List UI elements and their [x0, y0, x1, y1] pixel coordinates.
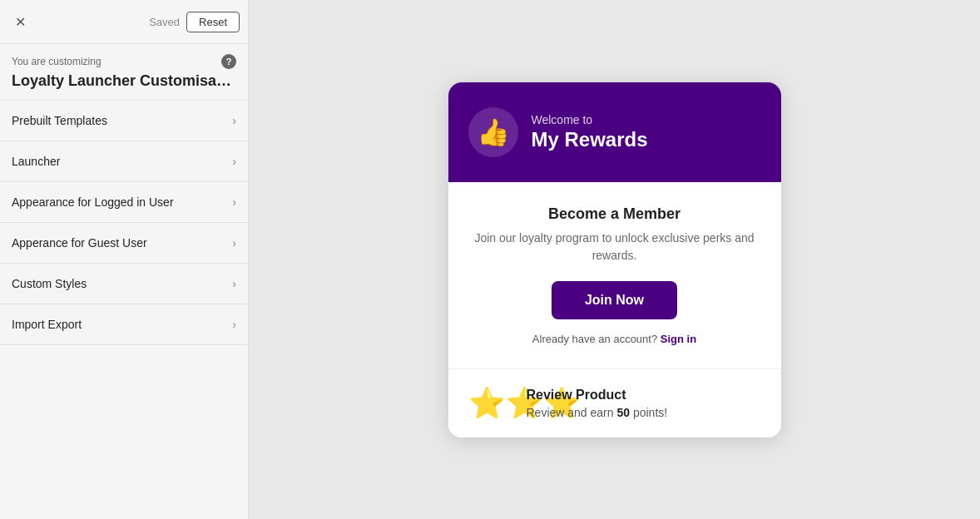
rewards-title: My Rewards: [532, 128, 648, 151]
nav-item-appearance-logged[interactable]: Appearance for Logged in User ›: [0, 182, 248, 223]
saved-label: Saved: [149, 16, 180, 28]
nav-item-launcher[interactable]: Launcher ›: [0, 141, 248, 182]
sign-in-row: Already have an account? Sign in: [468, 333, 761, 345]
widget-logo: 👍: [468, 107, 518, 157]
top-bar: ✕ Saved Reset: [0, 0, 248, 44]
help-icon[interactable]: ?: [221, 54, 236, 69]
customizing-label: You are customizing: [12, 56, 101, 67]
review-title: Review Product: [527, 388, 668, 403]
widget-header: 👍 Welcome to My Rewards: [448, 82, 781, 182]
chevron-right-icon: ›: [232, 236, 236, 250]
customizing-section: You are customizing ? Loyalty Launcher C…: [0, 44, 248, 101]
review-points-suffix: points!: [633, 406, 667, 419]
chevron-right-icon: ›: [232, 155, 236, 168]
nav-item-appearance-guest[interactable]: Apperance for Guest User ›: [0, 223, 248, 264]
become-member-description: Join our loyalty program to unlock exclu…: [468, 230, 761, 264]
nav-label-custom-styles: Custom Styles: [12, 277, 87, 290]
nav-list: Prebuilt Templates › Launcher › Appearan…: [0, 101, 248, 345]
review-desc-prefix: Review and earn: [527, 406, 614, 419]
right-panel: 👍 Welcome to My Rewards Become a Member …: [249, 0, 980, 519]
sign-in-link[interactable]: Sign in: [661, 333, 696, 345]
review-section: ⭐⭐⭐ Review Product Review and earn 50 po…: [448, 369, 781, 437]
review-points-bold: 50: [616, 406, 630, 419]
review-content: Review Product Review and earn 50 points…: [527, 388, 668, 419]
nav-label-import-export: Import Export: [12, 318, 82, 331]
customizing-row: You are customizing ?: [12, 54, 236, 69]
chevron-right-icon: ›: [232, 277, 236, 290]
widget-header-text: Welcome to My Rewards: [532, 113, 648, 151]
review-stars-icon: ⭐⭐⭐: [468, 386, 513, 421]
nav-item-import-export[interactable]: Import Export ›: [0, 304, 248, 345]
nav-label-appearance-guest: Apperance for Guest User: [12, 236, 147, 250]
nav-item-custom-styles[interactable]: Custom Styles ›: [0, 264, 248, 304]
chevron-right-icon: ›: [232, 195, 236, 209]
welcome-text: Welcome to: [532, 113, 648, 126]
review-description: Review and earn 50 points!: [527, 406, 668, 419]
nav-label-prebuilt-templates: Prebuilt Templates: [12, 114, 107, 127]
close-button[interactable]: ✕: [8, 10, 32, 33]
join-now-button[interactable]: Join Now: [552, 281, 677, 319]
signin-prompt-text: Already have an account?: [532, 333, 657, 345]
nav-label-launcher: Launcher: [12, 155, 60, 168]
become-member-title: Become a Member: [468, 205, 761, 223]
logo-emoji: 👍: [477, 116, 510, 148]
nav-label-appearance-logged: Appearance for Logged in User: [12, 195, 174, 209]
left-panel: ✕ Saved Reset You are customizing ? Loya…: [0, 0, 249, 519]
chevron-right-icon: ›: [232, 318, 236, 331]
chevron-right-icon: ›: [232, 114, 236, 127]
widget-body: Become a Member Join our loyalty program…: [448, 182, 781, 437]
reset-button[interactable]: Reset: [186, 12, 240, 32]
become-member-section: Become a Member Join our loyalty program…: [448, 182, 781, 369]
widget-card: 👍 Welcome to My Rewards Become a Member …: [448, 82, 781, 437]
customizing-title: Loyalty Launcher Customisati...: [12, 72, 236, 90]
nav-item-prebuilt-templates[interactable]: Prebuilt Templates ›: [0, 101, 248, 141]
